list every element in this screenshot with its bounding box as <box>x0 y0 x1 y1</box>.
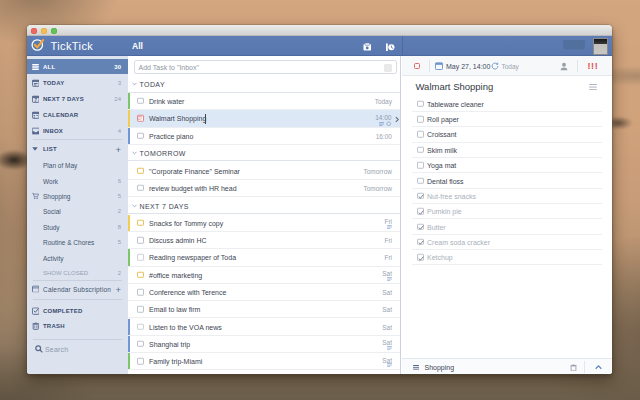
svg-text:7: 7 <box>34 97 37 103</box>
